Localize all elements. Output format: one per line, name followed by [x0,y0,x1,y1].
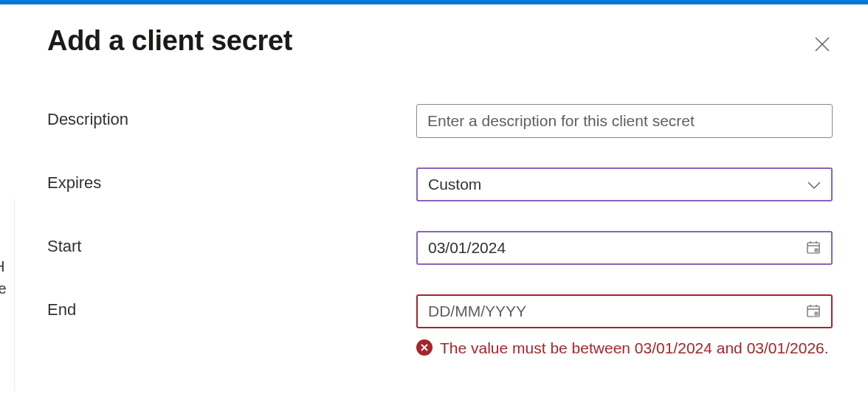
start-date-field[interactable] [416,231,833,265]
close-icon [813,44,831,55]
expires-selected-value: Custom [428,176,481,193]
expires-select[interactable]: Custom [416,167,833,201]
start-date-calendar-button[interactable] [805,238,822,258]
expires-row: Expires Custom [47,167,833,201]
close-button[interactable] [809,31,836,60]
error-icon [416,339,433,356]
svg-rect-11 [815,312,818,315]
end-date-input[interactable] [428,303,805,320]
calendar-icon [806,303,821,320]
end-date-label: End [47,294,416,319]
end-date-error: The value must be between 03/01/2024 and… [416,337,833,359]
start-date-input[interactable] [428,239,805,257]
end-date-field[interactable] [416,294,833,328]
end-date-error-text: The value must be between 03/01/2024 and… [440,337,829,359]
calendar-icon [806,240,821,257]
end-date-row: End [47,294,833,359]
description-input[interactable] [416,104,833,138]
expires-label: Expires [47,167,416,193]
panel-header: Add a client secret [47,25,833,60]
end-date-calendar-button[interactable] [805,302,822,322]
description-row: Description [47,104,833,138]
add-client-secret-panel: Add a client secret Description Expires … [0,4,868,374]
start-date-row: Start [47,231,833,265]
start-date-label: Start [47,231,416,256]
description-label: Description [47,104,416,129]
svg-rect-6 [815,249,818,252]
client-secret-form: Description Expires Custom Start [47,104,833,359]
chevron-down-icon [807,176,821,193]
page-title: Add a client secret [47,25,292,57]
